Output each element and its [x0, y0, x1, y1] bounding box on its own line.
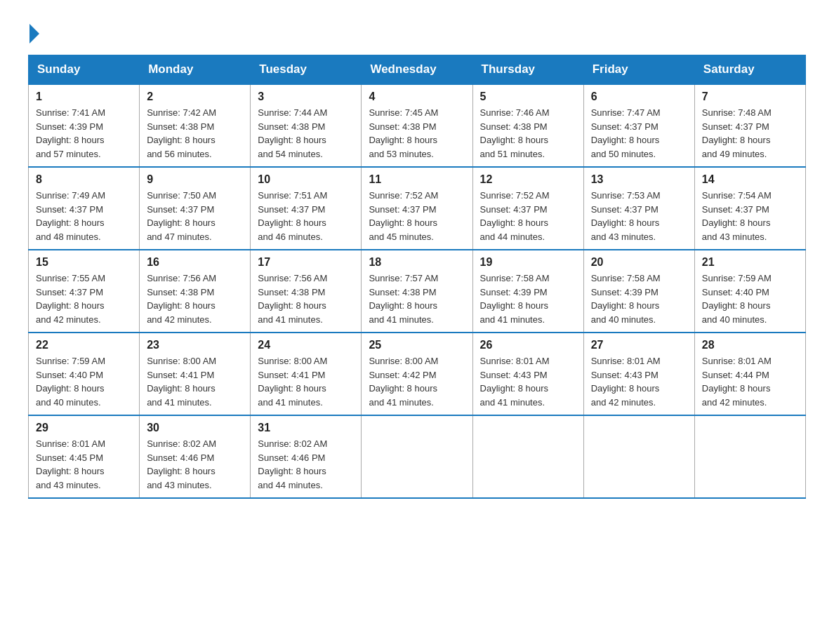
- day-number: 6: [591, 90, 687, 103]
- logo-arrow-icon: [29, 24, 39, 43]
- calendar-cell: [583, 415, 694, 498]
- calendar-cell: 27Sunrise: 8:01 AMSunset: 4:43 PMDayligh…: [583, 333, 694, 415]
- day-info: Sunrise: 7:59 AMSunset: 4:40 PMDaylight:…: [36, 354, 132, 409]
- calendar-cell: 8Sunrise: 7:49 AMSunset: 4:37 PMDaylight…: [29, 167, 140, 250]
- day-number: 26: [480, 339, 576, 351]
- calendar-cell: 4Sunrise: 7:45 AMSunset: 4:38 PMDaylight…: [362, 84, 472, 167]
- calendar-cell: 16Sunrise: 7:56 AMSunset: 4:38 PMDayligh…: [140, 250, 251, 333]
- calendar-cell: 13Sunrise: 7:53 AMSunset: 4:37 PMDayligh…: [583, 167, 694, 250]
- day-info: Sunrise: 7:47 AMSunset: 4:37 PMDaylight:…: [591, 106, 687, 161]
- day-number: 25: [369, 339, 465, 351]
- day-info: Sunrise: 7:49 AMSunset: 4:37 PMDaylight:…: [36, 189, 132, 243]
- calendar-cell: 19Sunrise: 7:58 AMSunset: 4:39 PMDayligh…: [472, 250, 583, 333]
- col-header-saturday: Saturday: [694, 55, 805, 85]
- day-number: 9: [147, 173, 243, 186]
- day-number: 13: [591, 173, 687, 186]
- calendar-cell: 10Sunrise: 7:51 AMSunset: 4:37 PMDayligh…: [251, 167, 362, 250]
- day-info: Sunrise: 8:02 AMSunset: 4:46 PMDaylight:…: [147, 437, 243, 492]
- week-row-2: 8Sunrise: 7:49 AMSunset: 4:37 PMDaylight…: [29, 167, 806, 250]
- day-number: 30: [147, 422, 243, 434]
- day-info: Sunrise: 7:56 AMSunset: 4:38 PMDaylight:…: [147, 271, 243, 326]
- day-number: 17: [258, 256, 354, 269]
- day-number: 8: [36, 173, 132, 186]
- day-number: 15: [36, 256, 132, 269]
- calendar-table: SundayMondayTuesdayWednesdayThursdayFrid…: [28, 55, 806, 499]
- calendar-header: SundayMondayTuesdayWednesdayThursdayFrid…: [29, 55, 806, 85]
- day-info: Sunrise: 8:02 AMSunset: 4:46 PMDaylight:…: [258, 437, 354, 492]
- col-header-sunday: Sunday: [29, 55, 140, 85]
- day-number: 10: [258, 173, 354, 186]
- week-row-1: 1Sunrise: 7:41 AMSunset: 4:39 PMDaylight…: [29, 84, 806, 167]
- day-info: Sunrise: 8:00 AMSunset: 4:42 PMDaylight:…: [369, 354, 465, 409]
- day-info: Sunrise: 7:53 AMSunset: 4:37 PMDaylight:…: [591, 189, 687, 243]
- day-info: Sunrise: 7:41 AMSunset: 4:39 PMDaylight:…: [36, 106, 132, 161]
- day-number: 21: [702, 256, 798, 269]
- calendar-cell: 23Sunrise: 8:00 AMSunset: 4:41 PMDayligh…: [140, 333, 251, 415]
- calendar-cell: 26Sunrise: 8:01 AMSunset: 4:43 PMDayligh…: [472, 333, 583, 415]
- day-number: 16: [147, 256, 243, 269]
- col-header-wednesday: Wednesday: [362, 55, 472, 85]
- calendar-cell: 1Sunrise: 7:41 AMSunset: 4:39 PMDaylight…: [29, 84, 140, 167]
- day-info: Sunrise: 7:55 AMSunset: 4:37 PMDaylight:…: [36, 271, 132, 326]
- calendar-cell: 28Sunrise: 8:01 AMSunset: 4:44 PMDayligh…: [694, 333, 805, 415]
- week-row-4: 22Sunrise: 7:59 AMSunset: 4:40 PMDayligh…: [29, 333, 806, 415]
- day-info: Sunrise: 7:56 AMSunset: 4:38 PMDaylight:…: [258, 271, 354, 326]
- day-number: 28: [702, 339, 798, 351]
- calendar-body: 1Sunrise: 7:41 AMSunset: 4:39 PMDaylight…: [29, 84, 806, 498]
- day-info: Sunrise: 7:59 AMSunset: 4:40 PMDaylight:…: [702, 271, 798, 326]
- day-info: Sunrise: 8:00 AMSunset: 4:41 PMDaylight:…: [258, 354, 354, 409]
- col-header-tuesday: Tuesday: [251, 55, 362, 85]
- col-header-monday: Monday: [140, 55, 251, 85]
- day-number: 11: [369, 173, 465, 186]
- calendar-cell: 18Sunrise: 7:57 AMSunset: 4:38 PMDayligh…: [362, 250, 472, 333]
- week-row-3: 15Sunrise: 7:55 AMSunset: 4:37 PMDayligh…: [29, 250, 806, 333]
- calendar-cell: 25Sunrise: 8:00 AMSunset: 4:42 PMDayligh…: [362, 333, 472, 415]
- day-number: 12: [480, 173, 576, 186]
- day-info: Sunrise: 7:50 AMSunset: 4:37 PMDaylight:…: [147, 189, 243, 243]
- calendar-cell: 14Sunrise: 7:54 AMSunset: 4:37 PMDayligh…: [694, 167, 805, 250]
- day-number: 18: [369, 256, 465, 269]
- calendar-cell: 9Sunrise: 7:50 AMSunset: 4:37 PMDaylight…: [140, 167, 251, 250]
- calendar-cell: 3Sunrise: 7:44 AMSunset: 4:38 PMDaylight…: [251, 84, 362, 167]
- calendar-cell: 17Sunrise: 7:56 AMSunset: 4:38 PMDayligh…: [251, 250, 362, 333]
- day-number: 5: [480, 90, 576, 103]
- day-info: Sunrise: 7:45 AMSunset: 4:38 PMDaylight:…: [369, 106, 465, 161]
- day-info: Sunrise: 8:01 AMSunset: 4:44 PMDaylight:…: [702, 354, 798, 409]
- day-number: 14: [702, 173, 798, 186]
- day-number: 27: [591, 339, 687, 351]
- day-number: 23: [147, 339, 243, 351]
- calendar-cell: [472, 415, 583, 498]
- calendar-cell: 15Sunrise: 7:55 AMSunset: 4:37 PMDayligh…: [29, 250, 140, 333]
- day-number: 20: [591, 256, 687, 269]
- calendar-cell: 5Sunrise: 7:46 AMSunset: 4:38 PMDaylight…: [472, 84, 583, 167]
- day-info: Sunrise: 7:48 AMSunset: 4:37 PMDaylight:…: [702, 106, 798, 161]
- day-number: 4: [369, 90, 465, 103]
- day-number: 24: [258, 339, 354, 351]
- day-info: Sunrise: 7:52 AMSunset: 4:37 PMDaylight:…: [480, 189, 576, 243]
- day-info: Sunrise: 8:01 AMSunset: 4:43 PMDaylight:…: [480, 354, 576, 409]
- day-number: 29: [36, 422, 132, 434]
- page-header: [28, 21, 806, 41]
- day-info: Sunrise: 7:44 AMSunset: 4:38 PMDaylight:…: [258, 106, 354, 161]
- calendar-cell: 22Sunrise: 7:59 AMSunset: 4:40 PMDayligh…: [29, 333, 140, 415]
- week-row-5: 29Sunrise: 8:01 AMSunset: 4:45 PMDayligh…: [29, 415, 806, 498]
- col-header-friday: Friday: [583, 55, 694, 85]
- calendar-cell: 24Sunrise: 8:00 AMSunset: 4:41 PMDayligh…: [251, 333, 362, 415]
- calendar-cell: [362, 415, 472, 498]
- calendar-cell: 12Sunrise: 7:52 AMSunset: 4:37 PMDayligh…: [472, 167, 583, 250]
- logo: [28, 21, 39, 41]
- day-number: 22: [36, 339, 132, 351]
- day-info: Sunrise: 7:58 AMSunset: 4:39 PMDaylight:…: [480, 271, 576, 326]
- day-info: Sunrise: 8:01 AMSunset: 4:43 PMDaylight:…: [591, 354, 687, 409]
- day-number: 2: [147, 90, 243, 103]
- col-header-thursday: Thursday: [472, 55, 583, 85]
- day-info: Sunrise: 7:51 AMSunset: 4:37 PMDaylight:…: [258, 189, 354, 243]
- day-number: 31: [258, 422, 354, 434]
- day-info: Sunrise: 8:00 AMSunset: 4:41 PMDaylight:…: [147, 354, 243, 409]
- day-info: Sunrise: 7:46 AMSunset: 4:38 PMDaylight:…: [480, 106, 576, 161]
- day-info: Sunrise: 7:52 AMSunset: 4:37 PMDaylight:…: [369, 189, 465, 243]
- day-number: 7: [702, 90, 798, 103]
- day-header-row: SundayMondayTuesdayWednesdayThursdayFrid…: [29, 55, 806, 85]
- calendar-cell: 29Sunrise: 8:01 AMSunset: 4:45 PMDayligh…: [29, 415, 140, 498]
- calendar-cell: 11Sunrise: 7:52 AMSunset: 4:37 PMDayligh…: [362, 167, 472, 250]
